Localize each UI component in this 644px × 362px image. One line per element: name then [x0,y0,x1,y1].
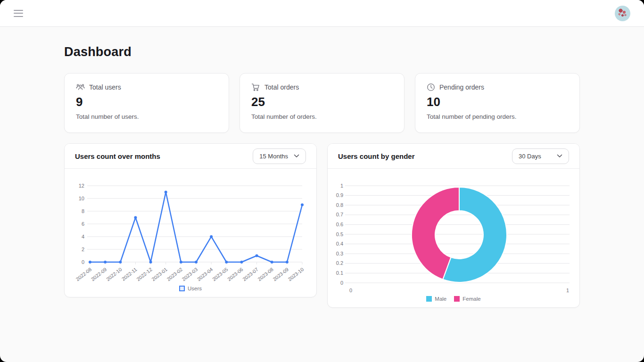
line-chart-area: 0246810122022-082022-092022-102022-11202… [65,169,316,297]
users-by-gender-card: Users count by gender 30 Days 00.10.20.3… [327,143,580,308]
users-over-months-card: Users count over months 15 Months 024681… [64,143,317,297]
svg-text:0.8: 0.8 [336,202,343,208]
chart-title: Users count over months [75,152,160,160]
days-range-select[interactable]: 30 Days [512,148,569,164]
male-legend-swatch [426,296,432,302]
user-avatar[interactable] [615,6,630,21]
stat-label: Pending orders [439,83,484,91]
stat-card-total-orders: Total orders 25 Total number of orders. [239,73,405,133]
days-range-value: 30 Days [519,153,541,160]
svg-text:0.1: 0.1 [336,270,343,276]
stat-card-total-users: Total users 9 Total number of users. [64,73,229,133]
users-legend-label: Users [188,286,202,291]
svg-text:2022-12: 2022-12 [135,266,153,282]
users-legend-swatch [179,286,185,291]
svg-text:12: 12 [79,183,84,189]
svg-text:1: 1 [340,183,343,189]
stat-value: 10 [427,95,568,109]
svg-text:0.6: 0.6 [336,222,343,227]
svg-text:2023-10: 2023-10 [287,266,305,282]
months-range-value: 15 Months [259,153,288,160]
female-legend-label: Female [462,296,480,302]
stat-label: Total users [89,83,121,91]
stat-description: Total number of pending orders. [427,113,568,120]
svg-text:2022-10: 2022-10 [105,266,123,282]
svg-text:2022-08: 2022-08 [74,266,92,282]
chevron-down-icon [294,154,299,158]
svg-text:2023-02: 2023-02 [165,266,183,282]
svg-text:0.2: 0.2 [336,260,343,266]
charts-row: Users count over months 15 Months 024681… [64,143,580,308]
months-range-select[interactable]: 15 Months [253,148,306,164]
svg-text:2023-04: 2023-04 [196,266,214,282]
menu-button[interactable] [14,10,23,17]
donut-chart-area: 00.10.20.30.40.50.60.70.80.9101 Male Fem… [328,169,579,307]
main-content: Dashboard Total users 9 Total number of … [0,45,644,308]
page-title: Dashboard [64,45,580,59]
donut-chart: 00.10.20.30.40.50.60.70.80.9101 [328,172,580,295]
svg-text:2: 2 [82,247,84,252]
cart-icon [251,83,260,91]
chevron-down-icon [557,154,562,158]
stat-value: 9 [76,95,217,109]
svg-text:2022-11: 2022-11 [121,266,138,282]
chart-title: Users count by gender [338,152,415,160]
svg-text:2023-08: 2023-08 [256,266,274,282]
hamburger-icon [14,10,23,11]
svg-text:4: 4 [82,234,84,239]
app-window: Dashboard Total users 9 Total number of … [0,0,644,362]
svg-text:2023-01: 2023-01 [150,266,168,282]
svg-text:0.3: 0.3 [336,251,343,256]
svg-text:2023-09: 2023-09 [272,266,289,282]
svg-text:0: 0 [82,259,84,265]
clock-icon [427,83,435,91]
svg-text:0.7: 0.7 [336,212,343,217]
svg-text:0: 0 [349,288,352,293]
svg-text:2023-03: 2023-03 [181,266,198,282]
top-bar [0,0,644,27]
svg-text:1: 1 [566,288,569,293]
male-legend-label: Male [435,296,446,302]
svg-text:0: 0 [340,280,343,286]
stat-label: Total orders [264,83,299,91]
female-legend-swatch [454,296,460,302]
svg-text:0.9: 0.9 [336,192,343,198]
svg-text:8: 8 [82,208,84,214]
svg-text:2023-07: 2023-07 [241,266,259,282]
svg-text:2022-09: 2022-09 [90,266,108,282]
line-chart: 0246810122022-082022-092022-102022-11202… [65,172,317,285]
users-group-icon [76,83,85,91]
svg-text:10: 10 [79,196,84,201]
stat-description: Total number of users. [76,113,217,120]
line-chart-legend[interactable]: Users [65,286,316,291]
svg-text:0.5: 0.5 [336,231,343,237]
svg-text:6: 6 [82,221,84,227]
svg-text:0.4: 0.4 [336,241,343,247]
stat-card-pending-orders: Pending orders 10 Total number of pendin… [415,73,580,133]
svg-text:2023-05: 2023-05 [211,266,229,282]
stats-row: Total users 9 Total number of users. Tot… [64,73,580,133]
stat-description: Total number of orders. [251,113,393,120]
stat-value: 25 [251,95,393,109]
svg-text:2023-06: 2023-06 [226,266,244,282]
donut-chart-legend[interactable]: Male Female [328,296,579,302]
